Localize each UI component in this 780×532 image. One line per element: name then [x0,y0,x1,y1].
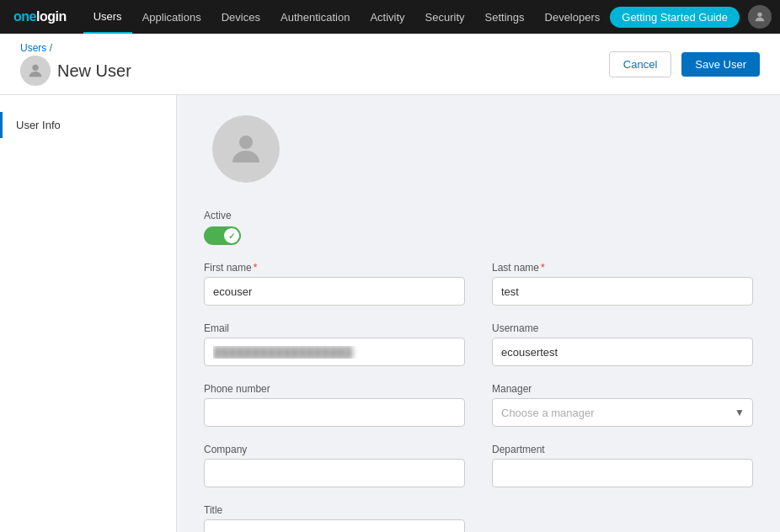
sidebar-item-user-info[interactable]: User Info [0,112,176,138]
form-grid: First name* Last name* Email Username [204,262,753,532]
first-name-input[interactable] [204,277,465,306]
toggle-track: ✓ [204,226,241,245]
title-input[interactable] [204,519,465,532]
last-name-label: Last name* [492,262,753,274]
title-group: Title [204,504,465,532]
email-label: Email [204,322,465,334]
active-label: Active [204,210,753,221]
avatar[interactable] [748,5,772,29]
username-input[interactable] [492,338,753,366]
toggle-container: ✓ [204,226,753,245]
toggle-check-icon: ✓ [228,231,235,241]
getting-started-button[interactable]: Getting Started Guide [610,7,740,28]
manager-select[interactable]: Choose a manager [492,398,753,427]
page-title-area: New User [20,56,131,86]
last-name-input[interactable] [492,277,753,306]
department-label: Department [492,444,753,455]
phone-label: Phone number [204,383,465,395]
first-name-label: First name* [204,262,465,274]
user-avatar-large [212,115,280,183]
phone-input[interactable] [204,398,465,427]
department-input[interactable] [492,459,753,487]
last-name-group: Last name* [492,262,753,306]
page-title: New User [57,61,131,81]
svg-point-2 [239,136,253,149]
toggle-thumb: ✓ [224,228,239,243]
main-content: Active ✓ First name* [177,95,780,532]
nav-item-users[interactable]: Users [83,0,132,34]
username-group: Username [492,322,753,366]
nav-right: Getting Started Guide ████████ [610,5,780,29]
avatar-section [204,115,288,193]
user-avatar-small [20,56,51,86]
company-input[interactable] [204,459,465,487]
department-group: Department [492,444,753,487]
company-label: Company [204,444,465,455]
nav-items: Users Applications Devices Authenticatio… [83,0,611,34]
nav-item-developers[interactable]: Developers [535,0,611,34]
manager-group: Manager Choose a manager ▼ [492,383,753,427]
svg-point-1 [32,65,38,71]
header-actions: Cancel Save User [609,51,760,77]
email-group: Email [204,322,465,366]
breadcrumb-title-area: Users / New User [20,42,131,86]
username-label: Username [492,322,753,334]
first-name-group: First name* [204,262,465,306]
nav-item-activity[interactable]: Activity [360,0,414,34]
content-area: User Info Active ✓ [0,95,780,532]
active-toggle[interactable]: ✓ [204,226,241,245]
manager-label: Manager [492,383,753,395]
manager-select-wrapper: Choose a manager ▼ [492,398,753,427]
toggle-section: Active ✓ [204,210,753,245]
nav-item-security[interactable]: Security [415,0,475,34]
nav-item-applications[interactable]: Applications [132,0,211,34]
nav-item-devices[interactable]: Devices [211,0,270,34]
sub-header: Users / New User Cancel Save User [0,34,780,95]
logo: onelogin [13,9,67,24]
breadcrumb: Users / [20,42,131,54]
cancel-button[interactable]: Cancel [609,51,671,77]
breadcrumb-users-link[interactable]: Users / [20,42,52,54]
nav-item-settings[interactable]: Settings [475,0,535,34]
phone-group: Phone number [204,383,465,427]
title-label: Title [204,504,465,516]
nav-item-authentication[interactable]: Authentication [270,0,360,34]
top-navigation: onelogin Users Applications Devices Auth… [0,0,780,34]
company-group: Company [204,444,465,487]
save-user-button[interactable]: Save User [681,52,760,77]
svg-point-0 [757,13,761,17]
sidebar: User Info [0,95,177,532]
email-input[interactable] [204,338,465,366]
